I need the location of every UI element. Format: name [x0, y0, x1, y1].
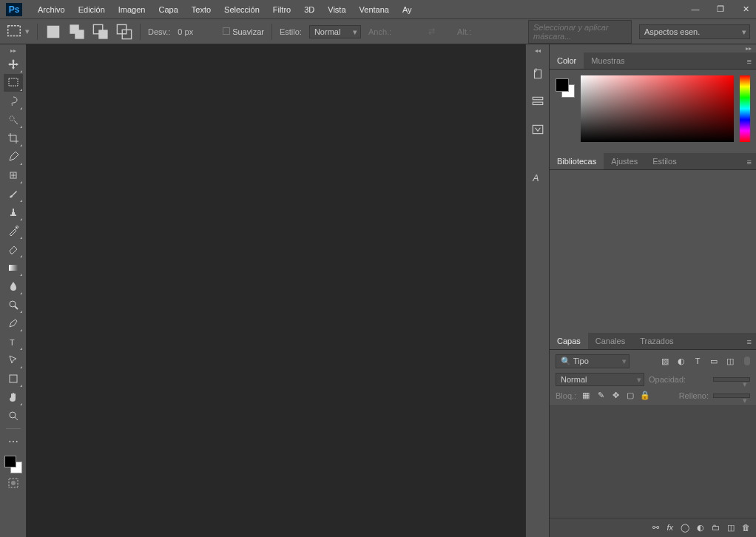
gradient-tool[interactable] [4, 259, 23, 277]
edit-toolbar-icon[interactable]: ⋯ [4, 433, 23, 450]
blend-mode-select[interactable]: Normal [556, 373, 644, 386]
expand-strip-icon[interactable]: ◂◂ [526, 46, 549, 55]
style-select[interactable]: Normal [309, 25, 361, 38]
close-icon[interactable]: ✕ [740, 3, 752, 15]
zoom-tool[interactable] [4, 407, 23, 425]
expand-toolbar-icon[interactable]: ▸▸ [0, 46, 26, 55]
move-tool[interactable] [4, 55, 23, 73]
menu-capa[interactable]: Capa [152, 5, 184, 14]
blur-tool[interactable] [4, 277, 23, 295]
lock-pixels-icon[interactable]: ▦ [581, 391, 591, 401]
tab-canales[interactable]: Canales [588, 333, 632, 349]
svg-rect-8 [9, 78, 18, 86]
menu-texto[interactable]: Texto [185, 5, 217, 14]
filter-smart-icon[interactable]: ◫ [725, 356, 735, 366]
collapse-panels-icon[interactable]: ▸▸ [550, 44, 756, 53]
quickmask-tool[interactable] [4, 474, 23, 492]
eyedropper-tool[interactable] [4, 148, 23, 166]
color-fg-bg-swatch[interactable] [556, 78, 575, 98]
marquee-tool[interactable] [4, 74, 23, 92]
filter-pixel-icon[interactable]: ▧ [660, 356, 670, 366]
link-layers-icon[interactable]: ⚯ [652, 523, 659, 533]
selection-subtract-icon[interactable] [92, 24, 109, 40]
new-layer-icon[interactable]: ◫ [727, 523, 735, 533]
layer-fx-icon[interactable]: fx [666, 523, 673, 532]
workspace-select[interactable]: Aspectos esen. [639, 24, 750, 39]
character-panel-icon[interactable]: A [528, 167, 547, 186]
tab-capas[interactable]: Capas [550, 333, 588, 349]
menu-edicion[interactable]: Edición [72, 5, 112, 14]
filter-toggle[interactable] [744, 357, 750, 365]
stamp-tool[interactable] [4, 203, 23, 221]
dodge-tool[interactable] [4, 296, 23, 314]
svg-rect-0 [8, 25, 21, 36]
tab-estilos[interactable]: Estilos [645, 153, 684, 169]
selection-add-icon[interactable] [69, 24, 85, 40]
panel-menu-icon[interactable]: ≡ [747, 158, 752, 166]
filter-type-icon[interactable]: T [692, 356, 703, 366]
lock-artboard-icon[interactable]: ▢ [625, 391, 635, 401]
new-group-icon[interactable]: 🗀 [712, 523, 720, 532]
adjustment-layer-icon[interactable]: ◐ [697, 523, 704, 533]
panel-menu-icon[interactable]: ≡ [747, 57, 752, 66]
menu-ayuda[interactable]: Ay [396, 5, 419, 14]
svg-rect-5 [98, 30, 107, 38]
type-tool[interactable]: T [4, 333, 23, 351]
layer-mask-icon[interactable]: ◯ [681, 523, 689, 533]
delete-layer-icon[interactable]: 🗑 [742, 523, 750, 532]
tab-trazados[interactable]: Trazados [632, 333, 681, 349]
layer-list[interactable] [550, 406, 756, 518]
lock-position-icon[interactable]: ✥ [610, 391, 621, 401]
tab-ajustes[interactable]: Ajustes [604, 153, 645, 169]
filter-shape-icon[interactable]: ▭ [709, 356, 719, 366]
panel-menu-icon[interactable]: ≡ [747, 337, 752, 346]
hand-tool[interactable] [4, 388, 23, 406]
layer-filter-select[interactable]: 🔍 Tipo [556, 354, 630, 368]
lock-brush-icon[interactable]: ✎ [595, 391, 606, 401]
foreground-swatch[interactable] [556, 78, 569, 92]
fill-input[interactable] [713, 394, 750, 398]
shape-tool[interactable] [4, 370, 23, 388]
tab-muestras[interactable]: Muestras [584, 53, 632, 69]
selection-intersect-icon[interactable] [116, 24, 132, 40]
color-picker-field[interactable] [581, 75, 734, 142]
menu-imagen[interactable]: Imagen [112, 5, 152, 14]
info-panel-icon[interactable] [528, 120, 547, 139]
select-and-mask-button[interactable]: Seleccionar y aplicar máscara... [528, 20, 632, 44]
lock-all-icon[interactable]: 🔒 [640, 391, 650, 401]
minimize-icon[interactable]: — [689, 3, 701, 15]
feather-value[interactable]: 0 px [178, 27, 193, 36]
menu-3d[interactable]: 3D [297, 5, 321, 14]
foreground-background-colors[interactable] [4, 456, 22, 473]
tab-color[interactable]: Color [550, 53, 584, 69]
properties-panel-icon[interactable] [528, 92, 547, 111]
filter-adjust-icon[interactable]: ◐ [676, 356, 686, 366]
quick-select-tool[interactable] [4, 111, 23, 129]
menu-seleccion[interactable]: Selección [217, 5, 266, 14]
menu-vista[interactable]: Vista [321, 5, 352, 14]
foreground-color[interactable] [4, 456, 16, 467]
canvas-area[interactable] [27, 44, 525, 537]
app-logo: Ps [6, 3, 22, 16]
selection-new-icon[interactable] [45, 24, 61, 40]
brush-tool[interactable] [4, 185, 23, 203]
svg-point-13 [10, 301, 16, 307]
history-brush-tool[interactable] [4, 222, 23, 240]
history-panel-icon[interactable] [528, 64, 547, 83]
tab-bibliotecas[interactable]: Bibliotecas [550, 153, 604, 169]
pen-tool[interactable] [4, 314, 23, 332]
hue-slider[interactable] [740, 75, 750, 142]
crop-tool[interactable] [4, 129, 23, 147]
menu-filtro[interactable]: Filtro [266, 5, 297, 14]
opacity-label: Opacidad: [649, 375, 686, 384]
lasso-tool[interactable] [4, 92, 23, 110]
libraries-panel [550, 170, 756, 333]
menu-ventana[interactable]: Ventana [353, 5, 396, 14]
maximize-icon[interactable]: ❐ [715, 3, 726, 15]
tool-preset[interactable]: ▾ [6, 24, 30, 40]
opacity-input[interactable] [713, 377, 750, 382]
healing-tool[interactable] [4, 166, 23, 184]
eraser-tool[interactable] [4, 240, 23, 258]
menu-archivo[interactable]: Archivo [31, 5, 72, 14]
path-select-tool[interactable] [4, 351, 23, 369]
